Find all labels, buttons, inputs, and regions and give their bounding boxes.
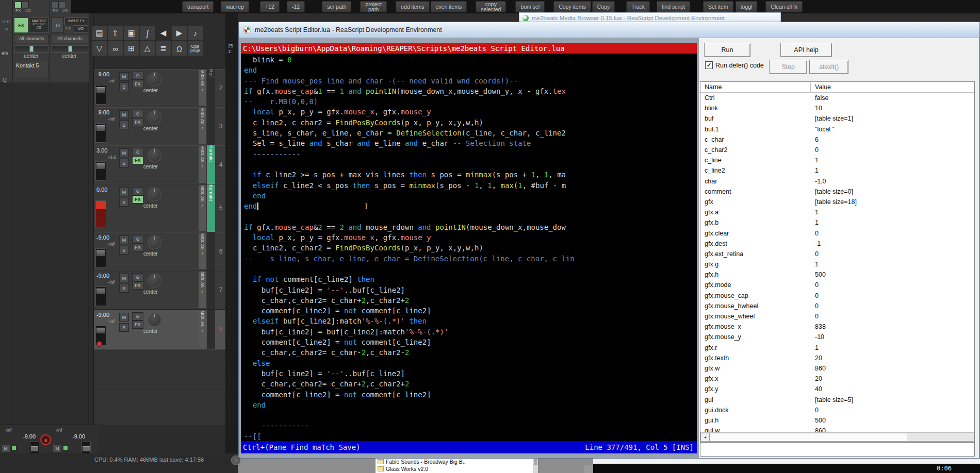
input-fx-small[interactable]: FX [66,26,71,30]
run-defer-checkbox[interactable]: ✓ [705,61,713,69]
track-fader[interactable] [95,161,106,181]
track-midi-strip[interactable]: MIDI: All: ♪ [199,185,206,231]
var-row[interactable]: gfx.mouse_cap0 [700,291,974,301]
toolbar-button-copy-items[interactable]: Copy items [553,1,591,12]
scroll-left-arrow-icon[interactable]: ◄ [700,433,710,442]
master-solo-button[interactable] [22,2,29,8]
var-row[interactable]: gfx.ext_retina0 [700,249,974,259]
var-row[interactable]: gfx.mouse_wheel0 [700,311,974,322]
filter-icon[interactable]: ▽ [92,41,107,56]
input-fx-label[interactable]: FX [53,8,58,13]
toolbar-button-scr-path[interactable]: scr path [322,1,351,12]
master-pan-slider[interactable] [14,45,49,53]
master-mute-button[interactable] [14,2,22,8]
track-pan-knob[interactable] [148,235,161,249]
track-pan-knob[interactable] [148,148,161,162]
input-io-label[interactable]: I/O [62,8,68,13]
track-fx-power-button[interactable]: ⊙ [132,72,143,80]
media-browser-item[interactable]: Glass Works v2.0 [375,465,538,472]
var-row[interactable]: gfx.mode0 [700,280,974,290]
track-mute-button[interactable]: M [119,313,129,322]
attach-icon[interactable]: ∫ [140,26,155,40]
open-file-icon[interactable]: ⇧ [108,26,123,40]
scrollbar-thumb[interactable] [709,433,907,442]
track-pan-knob[interactable] [148,313,161,327]
track-name-strip[interactable]: Roll [207,69,215,107]
toolbar-button-even-items[interactable]: even items [431,1,467,12]
track-mute-button[interactable]: M [119,274,129,282]
var-row[interactable]: c_line21 [700,165,974,176]
track-solo-button[interactable]: S [119,198,129,207]
toolbar-button-12[interactable]: -12 [287,1,305,12]
track-mute-button[interactable]: M [119,72,129,81]
toolbar-button-track[interactable]: Track [626,1,650,12]
toolbar-button-odd-items[interactable]: odd items [396,1,430,12]
input-pan-slider[interactable] [52,45,88,53]
track-midi-strip[interactable]: MIDI: All: ♪ [199,311,206,348]
var-row[interactable]: gfx.dest-1 [700,239,974,249]
code-editor[interactable]: I blink = 0end--- Find mouse_pos line an… [241,54,697,442]
var-row[interactable]: gfx.a1 [700,207,974,217]
media-browser-item[interactable]: Fable Sounds - Broadway Big B.. [375,458,538,465]
save-icon[interactable]: ▣ [124,26,139,40]
var-row[interactable]: c_char20 [700,145,974,155]
track-fx-power-button[interactable]: ⊙ [132,148,143,156]
toolbar-button-copy[interactable]: Copy [592,1,615,12]
track-fader[interactable] [95,248,106,268]
track-row-2[interactable]: -9.00-infMS⊙FXcenterMIDI: All: ♪Roll2 [94,69,225,107]
var-row[interactable]: gfx.y40 [700,384,974,394]
watch-horizontal-scrollbar[interactable]: ◄ [700,432,974,441]
track-midi-strip[interactable]: MIDI: All: ♪ [199,233,206,269]
timeline-ruler[interactable]: 25 1: [225,13,238,458]
corner-knob[interactable] [231,455,241,465]
toolbar-button-set-item[interactable]: Set item [703,1,733,12]
var-row[interactable]: gfx.mouse_hwheel0 [700,301,974,311]
omega-icon[interactable]: Ω [172,41,187,56]
peak-icon[interactable]: △ [140,41,155,56]
link-icon[interactable]: ∞ [108,41,123,56]
var-row[interactable]: gfx.texth20 [700,353,974,363]
track-mute-button[interactable]: M [119,235,129,244]
master-track-name[interactable]: Kontakt 5 [14,61,49,77]
track-pan-knob[interactable] [148,188,161,201]
track-fx-button[interactable]: FX [132,320,143,329]
input-fx-box[interactable]: INPUT FX [64,18,88,25]
input-channels-dropdown[interactable]: All channels [52,34,88,43]
track-name-strip[interactable] [207,271,215,309]
track-midi-strip[interactable]: MIDI: All: ♪ [199,272,206,308]
track-row-6[interactable]: -9.00-infMS⊙FXcenterMIDI: All: ♪6 [94,232,225,270]
track-midi-strip[interactable]: MIDI: All: ♪ [199,108,206,144]
var-row[interactable]: buf.1"local " [700,124,974,134]
track-fx-power-button[interactable]: ⊙ [132,110,143,118]
var-row[interactable]: gui.h500 [700,415,974,426]
master-io-label[interactable]: I/O [25,8,31,13]
track-row-8[interactable]: -9.00-infMS⊙FXcenterMIDI: All: ♪8 [94,309,225,349]
track-midi-strip[interactable]: MIDI: All: ♪ [199,70,206,106]
track-fx-power-button[interactable]: ⊙ [132,273,143,281]
track-row-5[interactable]: 0.00MS⊙FXcenterMIDI: All: ♪Kontakt5 [94,184,225,232]
track-pan-knob[interactable] [148,72,161,86]
media-browser-scrollbar[interactable] [533,458,538,473]
var-row[interactable]: gfx.mouse_x838 [700,322,974,332]
track-fx-button[interactable]: FX [132,156,143,164]
mute-note-icon[interactable]: ♪ [188,26,203,40]
var-row[interactable]: gfx.clear0 [700,228,974,238]
track-mute-button[interactable]: M [119,110,129,119]
var-row[interactable]: gui.dock0 [700,405,974,415]
track-solo-button[interactable]: S [119,284,129,293]
master-fx-power-button[interactable]: FX [14,18,28,33]
var-row[interactable]: c_char6 [700,134,974,145]
input-mute-button[interactable] [52,2,59,8]
track-name-strip[interactable] [207,232,215,270]
track-fx-button[interactable]: FX [132,118,143,126]
forward-icon[interactable]: ▶ [172,26,187,40]
track-pan-knob[interactable] [148,110,161,124]
track-solo-button[interactable]: S [119,159,129,167]
column-name[interactable]: Name [700,82,811,92]
var-row[interactable]: gfx.b1 [700,217,974,228]
toolbar-button-bom-sel[interactable]: bom sel [515,1,545,12]
track-name-strip[interactable]: Kontakt [207,184,215,232]
var-row[interactable]: gui[table size=5] [700,394,974,404]
var-row[interactable]: Ctrlfalse [700,93,974,103]
step-button[interactable]: Step [769,60,807,74]
